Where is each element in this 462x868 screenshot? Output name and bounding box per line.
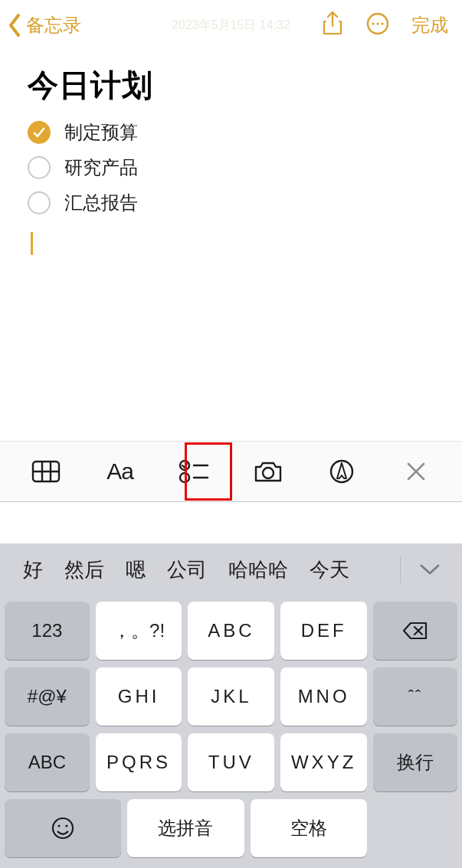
svg-point-19	[58, 824, 61, 827]
svg-point-18	[53, 818, 73, 838]
key-space[interactable]: 空格	[251, 799, 367, 857]
key-tone[interactable]: ˆˆ	[373, 667, 457, 726]
candidate-word[interactable]: 哈哈哈	[218, 556, 299, 583]
checklist-icon[interactable]	[177, 455, 211, 488]
key-select-pinyin[interactable]: 选拼音	[127, 799, 244, 857]
expand-candidates-icon[interactable]	[410, 543, 450, 596]
checkbox-checked-icon[interactable]	[28, 121, 51, 144]
key-mno[interactable]: MNO	[280, 667, 367, 726]
candidate-word[interactable]: 公司	[156, 556, 218, 583]
svg-point-10	[180, 473, 189, 482]
key-tuv[interactable]: TUV	[188, 733, 274, 791]
divider	[400, 556, 401, 583]
text-format-button[interactable]: Aa	[103, 455, 137, 488]
svg-point-12	[263, 468, 274, 478]
key-backspace[interactable]	[373, 602, 457, 660]
key-wxyz[interactable]: WXYZ	[280, 733, 367, 791]
close-keyboard-icon[interactable]	[399, 455, 433, 488]
key-jkl[interactable]: JKL	[188, 667, 274, 726]
checkbox-empty-icon[interactable]	[28, 156, 51, 179]
key-pqrs[interactable]: PQRS	[96, 733, 182, 791]
checklist-item-text: 制定预算	[64, 120, 138, 145]
candidate-word[interactable]: 然后	[54, 556, 115, 583]
key-123[interactable]: 123	[5, 602, 90, 660]
key-def[interactable]: DEF	[280, 602, 367, 660]
candidate-bar: 好 然后 嗯 公司 哈哈哈 今天	[0, 543, 462, 596]
key-return[interactable]: 换行	[373, 733, 457, 791]
checklist-item[interactable]: 研究产品	[28, 155, 434, 180]
key-abc-mode[interactable]: ABC	[5, 733, 90, 791]
checklist-item[interactable]: 汇总报告	[28, 191, 434, 215]
camera-icon[interactable]	[251, 455, 285, 488]
note-timestamp: 2023年5月15日 14:32	[0, 18, 462, 34]
candidate-word[interactable]: 今天	[299, 556, 360, 583]
checklist-item-text: 研究产品	[64, 155, 138, 180]
markup-icon[interactable]	[325, 455, 359, 488]
note-body[interactable]: 今日计划 制定预算 研究产品 汇总报告	[0, 51, 462, 255]
text-cursor	[31, 232, 33, 255]
candidate-word[interactable]: 好	[12, 556, 54, 583]
key-ghi[interactable]: GHI	[96, 667, 182, 726]
checklist-item[interactable]: 制定预算	[28, 120, 434, 145]
svg-point-8	[180, 461, 189, 470]
table-icon[interactable]	[29, 455, 63, 488]
key-punct[interactable]: ，。?!	[96, 602, 182, 660]
keyboard: 123 #@¥ ABC ，。?! ABC DEF GHI JKL MNO PQR…	[0, 596, 462, 868]
candidate-word[interactable]: 嗯	[115, 556, 156, 583]
key-abc[interactable]: ABC	[188, 602, 274, 660]
key-emoji[interactable]	[5, 799, 121, 857]
checklist: 制定预算 研究产品 汇总报告	[28, 120, 434, 255]
format-toolbar: Aa	[0, 441, 462, 502]
checklist-item-text: 汇总报告	[64, 191, 138, 215]
key-symbols[interactable]: #@¥	[5, 667, 90, 726]
note-title[interactable]: 今日计划	[28, 64, 434, 106]
checkbox-empty-icon[interactable]	[28, 191, 51, 214]
nav-bar: 备忘录 2023年5月15日 14:32 完成	[0, 0, 462, 51]
svg-point-20	[66, 824, 68, 827]
